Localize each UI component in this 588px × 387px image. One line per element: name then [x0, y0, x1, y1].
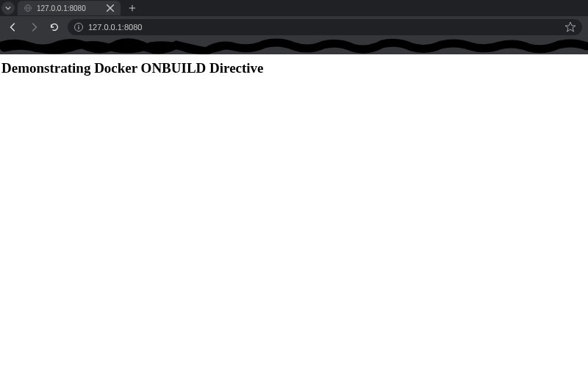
- svg-rect-5: [78, 26, 79, 29]
- toolbar: 127.0.0.1:8080: [0, 16, 588, 38]
- browser-tab[interactable]: 127.0.0.1:8080: [18, 1, 121, 15]
- address-bar[interactable]: 127.0.0.1:8080: [68, 19, 582, 35]
- reload-button[interactable]: [47, 20, 62, 35]
- new-tab-button[interactable]: [125, 1, 140, 15]
- arrow-right-icon: [29, 22, 39, 32]
- info-icon: [74, 22, 84, 32]
- tab-title: 127.0.0.1:8080: [37, 4, 101, 12]
- reload-icon: [49, 22, 60, 32]
- star-icon: [564, 21, 576, 33]
- bookmark-button[interactable]: [564, 21, 576, 33]
- page-heading: Demonstrating Docker ONBUILD Directive: [1, 60, 587, 76]
- tab-search-button[interactable]: [1, 1, 15, 15]
- scribble-icon: [0, 38, 588, 54]
- site-info-button[interactable]: [74, 22, 84, 32]
- forward-button[interactable]: [26, 20, 41, 35]
- globe-icon: [24, 4, 32, 12]
- tab-bar: 127.0.0.1:8080: [0, 0, 588, 16]
- close-icon: [106, 4, 115, 12]
- chevron-down-icon: [5, 5, 11, 11]
- plus-icon: [129, 4, 136, 12]
- page-content: Demonstrating Docker ONBUILD Directive: [0, 54, 588, 82]
- url-text[interactable]: 127.0.0.1:8080: [88, 23, 560, 32]
- arrow-left-icon: [8, 22, 18, 32]
- redaction-bar: [0, 38, 588, 54]
- browser-chrome: 127.0.0.1:8080: [0, 0, 588, 54]
- svg-point-4: [78, 25, 79, 26]
- tab-close-button[interactable]: [106, 4, 115, 12]
- back-button[interactable]: [6, 20, 21, 35]
